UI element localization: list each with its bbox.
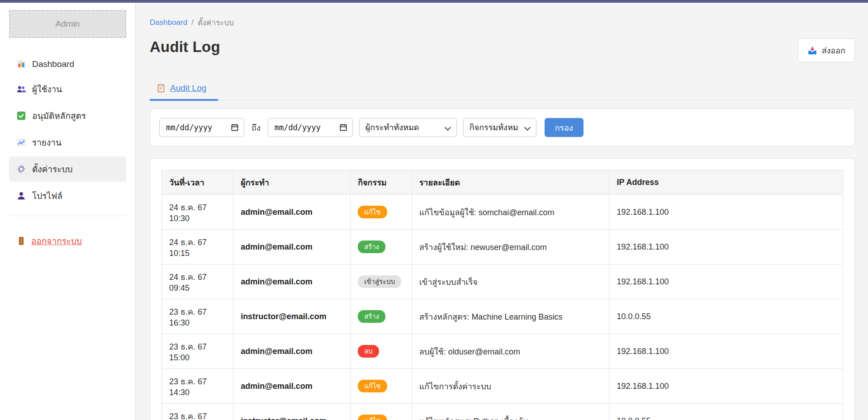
cell-actor: instructor@email.com xyxy=(233,404,351,420)
sidebar-nav: Dashboardผู้ใช้งานอนุมัติหลักสูตรรายงานต… xyxy=(9,53,126,208)
cell-activity: ลบ xyxy=(351,334,412,369)
sidebar-item-profile[interactable]: โปรไฟล์ xyxy=(9,183,126,208)
table-row: 24 ธ.ค. 67 10:15admin@email.comสร้างสร้า… xyxy=(162,230,843,264)
sidebar-item-settings[interactable]: ตั้งค่าระบบ xyxy=(9,156,126,182)
cell-datetime: 23 ธ.ค. 67 14:30 xyxy=(162,369,233,404)
clipboard-icon xyxy=(156,83,166,93)
logout-link[interactable]: ออกจากระบบ xyxy=(9,230,126,252)
audit-log-table: วันที่-เวลาผู้กระทำกิจกรรมรายละเอียดIP A… xyxy=(161,170,843,420)
cell-datetime: 24 ธ.ค. 67 10:15 xyxy=(162,230,233,264)
column-header: กิจกรรม xyxy=(351,170,412,195)
sidebar-item-label: Dashboard xyxy=(32,59,74,69)
sidebar-item-label: อนุมัติหลักสูตร xyxy=(32,109,86,123)
breadcrumb-dashboard-link[interactable]: Dashboard xyxy=(150,18,187,27)
table-row: 23 ธ.ค. 67 16:30instructor@email.comสร้า… xyxy=(162,299,843,334)
table-header-row: วันที่-เวลาผู้กระทำกิจกรรมรายละเอียดIP A… xyxy=(162,170,843,195)
activity-badge: แก้ไข xyxy=(358,380,387,392)
sidebar-divider xyxy=(9,216,126,216)
sidebar-item-label: รายงาน xyxy=(32,136,62,149)
cell-actor: admin@email.com xyxy=(233,230,351,264)
actor-filter-select[interactable]: ผู้กระทำทั้งหมด xyxy=(359,118,457,137)
cell-actor: admin@email.com xyxy=(233,369,351,404)
users-icon xyxy=(16,84,26,94)
page-title: Audit Log xyxy=(150,38,220,56)
approve-icon xyxy=(16,111,26,121)
cell-datetime: 23 ธ.ค. 67 15:00 xyxy=(162,334,233,369)
cell-actor: admin@email.com xyxy=(233,195,351,230)
cell-activity: แก้ไข xyxy=(351,195,412,230)
sidebar-item-label: ผู้ใช้งาน xyxy=(32,82,62,96)
cell-detail: แก้ไขข้อมูลผู้ใช้: somchai@email.com xyxy=(412,195,609,230)
sidebar-item-reports[interactable]: รายงาน xyxy=(9,130,126,155)
dashboard-icon xyxy=(16,59,26,69)
sidebar-item-dashboard[interactable]: Dashboard xyxy=(9,53,126,75)
cell-activity: เข้าสู่ระบบ xyxy=(351,264,412,299)
cell-ip: 192.168.1.100 xyxy=(609,230,843,264)
export-button[interactable]: ส่งออก xyxy=(798,38,855,62)
cell-activity: แก้ไข xyxy=(351,404,412,420)
cell-actor: admin@email.com xyxy=(233,264,351,299)
cell-detail: แก้ไขการตั้งค่าระบบ xyxy=(412,369,609,404)
sidebar-item-label: โปรไฟล์ xyxy=(32,189,62,203)
sidebar-item-users[interactable]: ผู้ใช้งาน xyxy=(9,76,126,102)
cell-activity: สร้าง xyxy=(351,299,412,334)
logout-label: ออกจากระบบ xyxy=(31,234,82,248)
cell-actor: admin@email.com xyxy=(233,334,351,369)
cell-ip: 10.0.0.55 xyxy=(609,404,843,420)
column-header: IP Address xyxy=(609,170,843,195)
activity-badge: แก้ไข xyxy=(358,415,387,420)
date-range-to-label: ถึง xyxy=(251,121,261,134)
cell-actor: instructor@email.com xyxy=(233,299,351,334)
cell-ip: 192.168.1.100 xyxy=(609,334,843,369)
gear-icon xyxy=(16,164,26,174)
cell-activity: สร้าง xyxy=(351,230,412,264)
cell-ip: 192.168.1.100 xyxy=(609,264,843,299)
app-logo: Admin xyxy=(9,10,126,38)
activity-badge: แก้ไข xyxy=(358,206,387,218)
activity-badge: สร้าง xyxy=(358,241,385,253)
main-content: Dashboard / ตั้งค่าระบบ Audit Log ส่งออก… xyxy=(136,3,868,420)
cell-detail: สร้างหลักสูตร: Machine Learning Basics xyxy=(412,299,609,334)
cell-ip: 10.0.0.55 xyxy=(609,299,843,334)
filter-button[interactable]: กรอง xyxy=(545,118,583,137)
cell-detail: ลบผู้ใช้: olduser@email.com xyxy=(412,334,609,369)
activity-badge: สร้าง xyxy=(358,310,385,323)
calendar-icon[interactable] xyxy=(339,123,348,132)
sidebar-item-approve-courses[interactable]: อนุมัติหลักสูตร xyxy=(9,103,126,128)
table-row: 23 ธ.ค. 67 14:30admin@email.comแก้ไขแก้ไ… xyxy=(162,369,843,404)
breadcrumb-current: ตั้งค่าระบบ xyxy=(198,16,234,28)
column-header: วันที่-เวลา xyxy=(162,170,233,195)
activity-badge: ลบ xyxy=(358,345,379,358)
tab-audit-log[interactable]: Audit Log xyxy=(150,80,218,101)
calendar-icon[interactable] xyxy=(230,123,239,132)
table-row: 23 ธ.ค. 67 15:00admin@email.comลบลบผู้ใช… xyxy=(162,334,843,369)
export-button-label: ส่งออก xyxy=(822,44,845,57)
cell-ip: 192.168.1.100 xyxy=(609,195,843,230)
report-icon xyxy=(16,137,26,147)
tab-label: Audit Log xyxy=(170,83,206,93)
cell-detail: สร้างผู้ใช้ใหม่: newuser@email.com xyxy=(412,230,609,264)
sidebar: Admin Dashboardผู้ใช้งานอนุมัติหลักสูตรร… xyxy=(0,3,136,420)
tray-icon xyxy=(807,46,817,56)
table-row: 24 ธ.ค. 67 10:30admin@email.comแก้ไขแก้ไ… xyxy=(162,195,843,230)
cell-datetime: 23 ธ.ค. 67 10:00 xyxy=(162,404,233,420)
cell-datetime: 24 ธ.ค. 67 09:45 xyxy=(162,264,233,299)
breadcrumb: Dashboard / ตั้งค่าระบบ xyxy=(150,16,855,28)
cell-activity: แก้ไข xyxy=(351,369,412,404)
breadcrumb-separator: / xyxy=(191,18,194,27)
filter-panel: ถึง ผู้กระทำทั้งหมด กิจกรรมทั้งหมด กรอง xyxy=(150,109,855,146)
activity-badge: เข้าสู่ระบบ xyxy=(358,275,401,288)
activity-filter-select[interactable]: กิจกรรมทั้งหมด xyxy=(463,118,536,137)
cell-datetime: 24 ธ.ค. 67 10:30 xyxy=(162,195,233,230)
cell-ip: 192.168.1.100 xyxy=(609,369,843,404)
sidebar-item-label: ตั้งค่าระบบ xyxy=(32,162,73,176)
cell-detail: แก้ไขหลักสูตร: Python เบื้องต้น xyxy=(412,404,609,420)
tab-bar: Audit Log xyxy=(150,80,855,100)
cell-detail: เข้าสู่ระบบสำเร็จ xyxy=(412,264,609,299)
table-row: 24 ธ.ค. 67 09:45admin@email.comเข้าสู่ระ… xyxy=(162,264,843,299)
column-header: ผู้กระทำ xyxy=(233,170,351,195)
door-icon xyxy=(16,236,26,246)
column-header: รายละเอียด xyxy=(412,170,609,195)
audit-log-panel: วันที่-เวลาผู้กระทำกิจกรรมรายละเอียดIP A… xyxy=(150,158,855,420)
profile-icon xyxy=(16,191,26,201)
